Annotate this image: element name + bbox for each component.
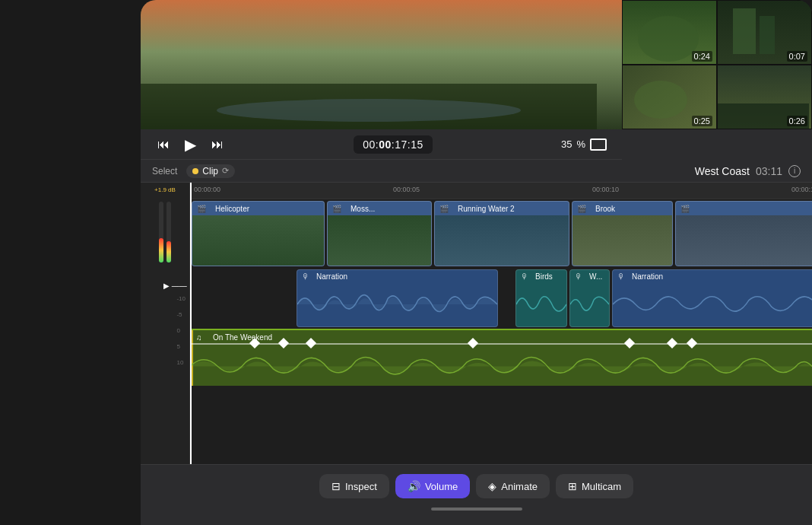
multicam-button[interactable]: ⊞ Multicam	[556, 474, 633, 498]
preview-area	[141, 0, 622, 129]
audio-track: 🎙 Narration 🎙 Birds	[190, 268, 812, 329]
audio-icon-narration-2: 🎙	[617, 272, 625, 281]
tc-mark-10: 00:00:10	[592, 186, 619, 193]
thumbnail-strip: 0:24 0:07 0:25	[622, 0, 812, 129]
clip-badge-dot	[192, 168, 198, 174]
select-label: Select	[152, 166, 177, 177]
audio-icon-water: 🎙	[575, 272, 582, 281]
video-track: 🎬 Helicopter 🎬 Moss... 🎬 Running Water 2…	[190, 199, 812, 268]
clip-moss[interactable]: 🎬 Moss...	[327, 201, 432, 266]
clip-extra[interactable]: 🎬	[675, 201, 812, 266]
clip-running-water[interactable]: 🎬 Running Water 2	[434, 201, 569, 266]
clip-thumb-moss	[328, 215, 431, 266]
skip-forward-button[interactable]: ⏭	[210, 136, 225, 153]
zoom-control: 35 %	[561, 138, 607, 151]
animate-icon: ◈	[488, 480, 496, 492]
clip-icon-moss: 🎬	[332, 205, 341, 213]
play-button[interactable]: ▶	[183, 134, 198, 155]
db-labels: -10 -5 0 5 10	[176, 295, 186, 366]
multicam-label: Multicam	[582, 481, 621, 492]
thumb-time-1: 0:24	[692, 51, 712, 62]
thumbnail-4: 0:26	[717, 65, 812, 129]
audio-label-narration-2: Narration	[632, 272, 663, 281]
clip-label-helicopter: Helicopter	[215, 205, 249, 213]
meter-fill-right	[167, 241, 171, 262]
clip-label-moss: Moss...	[350, 205, 375, 213]
left-sidebar	[0, 0, 141, 525]
waveform-birds	[516, 284, 566, 325]
clip-icon-water: 🎬	[439, 205, 449, 213]
svg-point-9	[634, 81, 687, 119]
meter-left	[159, 202, 163, 262]
music-track[interactable]: ♫ On The Weekend	[190, 329, 812, 386]
audio-label-narration-1: Narration	[316, 272, 347, 281]
svg-point-2	[217, 99, 521, 122]
audio-label-water: W...	[589, 272, 602, 281]
thumbnail-1: 0:24	[622, 0, 717, 65]
audio-narration-1[interactable]: 🎙 Narration	[297, 269, 498, 327]
project-duration: 03:11	[756, 165, 782, 177]
meter-right	[167, 202, 171, 262]
waveform-narration-1	[297, 284, 497, 325]
volume-label: Volume	[425, 481, 458, 492]
transport-bar: ⏮ ▶ ⏭ 00:00:17:15 35 %	[141, 129, 622, 160]
inspect-label: Inspect	[345, 481, 377, 492]
thumbnail-2: 0:07	[717, 0, 812, 65]
clip-thumb-brook	[573, 215, 672, 266]
audio-narration-2[interactable]: 🎙 Narration	[612, 269, 812, 327]
device-frame: 0:24 0:07 0:25	[141, 0, 812, 525]
animate-label: Animate	[501, 481, 538, 492]
volume-button[interactable]: 🔊 Volume	[395, 474, 470, 498]
timecode-text: 00:00:17:15	[363, 138, 423, 151]
waveform-water	[570, 284, 609, 325]
bottom-toolbar: ⊟ Inspect 🔊 Volume ◈ Animate ⊞ Multicam	[141, 464, 812, 525]
clip-thumb-water	[435, 215, 569, 266]
tc-mark-0: 00:00:00	[194, 186, 220, 193]
select-bar: Select Clip ⟳ West Coast 03:11 i	[141, 160, 812, 183]
audio-label-birds: Birds	[535, 272, 553, 281]
zoom-unit: %	[576, 138, 585, 150]
transport-controls: ⏮ ▶ ⏭	[156, 134, 225, 155]
animate-button[interactable]: ◈ Animate	[476, 474, 550, 498]
thumbnail-3: 0:25	[622, 65, 717, 129]
project-info: West Coast 03:11 i	[695, 165, 801, 177]
clip-icon-brook: 🎬	[577, 205, 586, 213]
clip-label-brook: Brook	[595, 205, 615, 213]
audio-birds[interactable]: 🎙 Birds	[515, 269, 567, 327]
zoom-value: 35	[561, 138, 572, 150]
inspect-button[interactable]: ⊟ Inspect	[319, 474, 389, 498]
waveform-narration-2	[613, 284, 812, 325]
preview-video	[141, 0, 622, 129]
thumb-time-3: 0:25	[692, 116, 712, 126]
level-meter: +1.9 dB -10 -5 0 5 10 ▶ ——	[141, 183, 190, 464]
audio-icon-narration-1: 🎙	[302, 272, 309, 281]
multicam-icon: ⊞	[568, 480, 577, 492]
info-icon[interactable]: i	[788, 165, 801, 177]
clip-icon-extra: 🎬	[680, 205, 690, 213]
clip-label-water: Running Water 2	[458, 205, 515, 213]
fullscreen-icon[interactable]	[590, 138, 607, 151]
volume-icon: 🔊	[408, 480, 420, 492]
audio-water[interactable]: 🎙 W...	[569, 269, 610, 327]
skip-back-button[interactable]: ⏮	[156, 136, 171, 153]
svg-point-4	[638, 16, 699, 62]
svg-rect-7	[760, 16, 775, 54]
thumb-time-2: 0:07	[787, 51, 807, 62]
home-indicator	[431, 508, 522, 511]
toolbar-buttons: ⊟ Inspect 🔊 Volume ◈ Animate ⊞ Multicam	[319, 474, 633, 498]
clip-badge[interactable]: Clip ⟳	[186, 164, 235, 178]
clip-helicopter[interactable]: 🎬 Helicopter	[192, 201, 325, 266]
audio-icon-birds: 🎙	[521, 272, 528, 281]
playback-arrow: ▶ ——	[163, 282, 187, 290]
tc-mark-15: 00:00:15	[791, 186, 812, 193]
clip-badge-text: Clip	[202, 166, 218, 177]
project-name: West Coast	[695, 165, 750, 177]
clip-badge-arrow: ⟳	[222, 166, 229, 176]
timeline-area[interactable]: +1.9 dB -10 -5 0 5 10 ▶ ——	[141, 183, 812, 464]
clip-brook[interactable]: 🎬 Brook	[572, 201, 673, 266]
music-waveform	[190, 347, 812, 386]
clip-icon-helicopter: 🎬	[197, 205, 206, 213]
meter-fill-left	[159, 238, 163, 262]
tc-mark-5: 00:00:05	[393, 186, 420, 193]
svg-rect-6	[733, 8, 756, 54]
